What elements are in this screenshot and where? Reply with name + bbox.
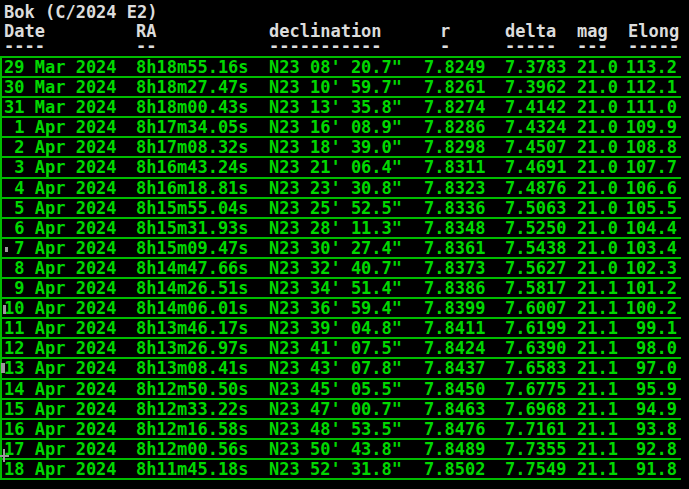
cell-delta: 7.4876	[505, 179, 566, 197]
cell-ra: 8h18m00.43s	[136, 98, 249, 116]
cell-mag: 21.1	[577, 460, 618, 478]
table-row: 8 Apr 2024 8h14m47.66s N23 32' 40.7" 7.8…	[2, 259, 681, 279]
cell-delta: 7.3783	[505, 58, 566, 76]
cell-r: 7.8373	[424, 259, 485, 277]
cell-mag: 21.0	[577, 138, 618, 156]
cell-delta: 7.7355	[505, 440, 566, 458]
cell-elong: 108.8	[626, 138, 677, 156]
table-row: 6 Apr 2024 8h15m31.93s N23 28' 11.3" 7.8…	[2, 219, 681, 239]
screen-artifact	[5, 247, 8, 252]
cell-date: 18 Apr 2024	[4, 460, 117, 478]
cell-ra: 8h13m26.97s	[136, 339, 249, 357]
cell-date: 4 Apr 2024	[4, 179, 117, 197]
cell-ra: 8h12m16.58s	[136, 420, 249, 438]
cell-date: 3 Apr 2024	[4, 158, 117, 176]
cell-elong: 107.7	[626, 158, 677, 176]
cell-elong: 100.2	[626, 299, 677, 317]
cell-mag: 21.0	[577, 158, 618, 176]
cell-date: 15 Apr 2024	[4, 400, 117, 418]
cell-r: 7.8424	[424, 339, 485, 357]
cell-delta: 7.6775	[505, 380, 566, 398]
table-row: 11 Apr 2024 8h13m46.17s N23 39' 04.8" 7.…	[2, 319, 681, 339]
cell-ra: 8h11m45.18s	[136, 460, 249, 478]
cell-date: 13 Apr 2024	[4, 359, 117, 377]
screen-artifact	[1, 363, 5, 373]
underline-date: ----	[4, 37, 45, 55]
cell-mag: 21.1	[577, 380, 618, 398]
cell-elong: 97.0	[636, 359, 677, 377]
cell-r: 7.8411	[424, 319, 485, 337]
cell-declination: N23 34' 51.4"	[269, 279, 402, 297]
underline-delta: -----	[505, 37, 556, 55]
underline-ra: --	[136, 37, 156, 55]
cell-elong: 101.2	[626, 279, 677, 297]
cell-r: 7.8298	[424, 138, 485, 156]
underline-r: -	[440, 37, 450, 55]
table-row: 5 Apr 2024 8h15m55.04s N23 25' 52.5" 7.8…	[2, 199, 681, 219]
cell-mag: 21.0	[577, 118, 618, 136]
cell-delta: 7.5627	[505, 259, 566, 277]
cell-delta: 7.7161	[505, 420, 566, 438]
cell-elong: 93.8	[636, 420, 677, 438]
cell-declination: N23 25' 52.5"	[269, 199, 402, 217]
ephemeris-table-body: 29 Mar 2024 8h18m55.16s N23 08' 20.7" 7.…	[0, 56, 681, 480]
cell-elong: 94.9	[636, 400, 677, 418]
cell-declination: N23 52' 31.8"	[269, 460, 402, 478]
cell-r: 7.8249	[424, 58, 485, 76]
cell-ra: 8h14m06.01s	[136, 299, 249, 317]
ephemeris-terminal-screen: { "title": "Bok (C/2024 E2)", "header": …	[0, 0, 689, 489]
cell-r: 7.8361	[424, 239, 485, 257]
underline-mag: ---	[577, 37, 608, 55]
cell-declination: N23 23' 30.8"	[269, 179, 402, 197]
table-row: 10 Apr 2024 8h14m06.01s N23 36' 59.4" 7.…	[2, 299, 681, 319]
table-row: 4 Apr 2024 8h16m18.81s N23 23' 30.8" 7.8…	[2, 179, 681, 199]
cell-r: 7.8348	[424, 219, 485, 237]
cell-r: 7.8336	[424, 199, 485, 217]
cell-r: 7.8323	[424, 179, 485, 197]
table-row: 15 Apr 2024 8h12m33.22s N23 47' 00.7" 7.…	[2, 400, 681, 420]
table-row: 30 Mar 2024 8h18m27.47s N23 10' 59.7" 7.…	[2, 78, 681, 98]
cell-elong: 106.6	[626, 179, 677, 197]
table-row: 13 Apr 2024 8h13m08.41s N23 43' 07.8" 7.…	[2, 359, 681, 379]
table-row: 14 Apr 2024 8h12m50.50s N23 45' 05.5" 7.…	[2, 380, 681, 400]
cell-mag: 21.0	[577, 239, 618, 257]
cell-mag: 21.0	[577, 219, 618, 237]
cell-elong: 92.8	[636, 440, 677, 458]
cell-r: 7.8450	[424, 380, 485, 398]
screen-artifact	[3, 449, 5, 462]
cell-elong: 111.0	[626, 98, 677, 116]
cell-ra: 8h17m08.32s	[136, 138, 249, 156]
cell-date: 14 Apr 2024	[4, 380, 117, 398]
table-row: 12 Apr 2024 8h13m26.97s N23 41' 07.5" 7.…	[2, 339, 681, 359]
cell-declination: N23 08' 20.7"	[269, 58, 402, 76]
cell-mag: 21.0	[577, 259, 618, 277]
cell-mag: 21.1	[577, 400, 618, 418]
cell-delta: 7.5063	[505, 199, 566, 217]
table-row: 16 Apr 2024 8h12m16.58s N23 48' 53.5" 7.…	[2, 420, 681, 440]
cell-r: 7.8463	[424, 400, 485, 418]
cell-declination: N23 10' 59.7"	[269, 78, 402, 96]
cell-r: 7.8261	[424, 78, 485, 96]
cell-date: 17 Apr 2024	[4, 440, 117, 458]
cell-elong: 99.1	[636, 319, 677, 337]
cell-r: 7.8489	[424, 440, 485, 458]
cell-delta: 7.6583	[505, 359, 566, 377]
cell-elong: 95.9	[636, 380, 677, 398]
cell-ra: 8h17m34.05s	[136, 118, 249, 136]
cell-r: 7.8286	[424, 118, 485, 136]
cell-declination: N23 28' 11.3"	[269, 219, 402, 237]
cell-ra: 8h15m31.93s	[136, 219, 249, 237]
cell-ra: 8h12m00.56s	[136, 440, 249, 458]
table-row: 2 Apr 2024 8h17m08.32s N23 18' 39.0" 7.8…	[2, 138, 681, 158]
cell-date: 9 Apr 2024	[4, 279, 117, 297]
cell-declination: N23 43' 07.8"	[269, 359, 402, 377]
cell-ra: 8h13m08.41s	[136, 359, 249, 377]
cell-declination: N23 50' 43.8"	[269, 440, 402, 458]
cell-delta: 7.5250	[505, 219, 566, 237]
cell-ra: 8h13m46.17s	[136, 319, 249, 337]
cell-declination: N23 21' 06.4"	[269, 158, 402, 176]
table-row: 29 Mar 2024 8h18m55.16s N23 08' 20.7" 7.…	[2, 58, 681, 78]
cell-r: 7.8386	[424, 279, 485, 297]
cell-ra: 8h12m50.50s	[136, 380, 249, 398]
cell-ra: 8h14m47.66s	[136, 259, 249, 277]
